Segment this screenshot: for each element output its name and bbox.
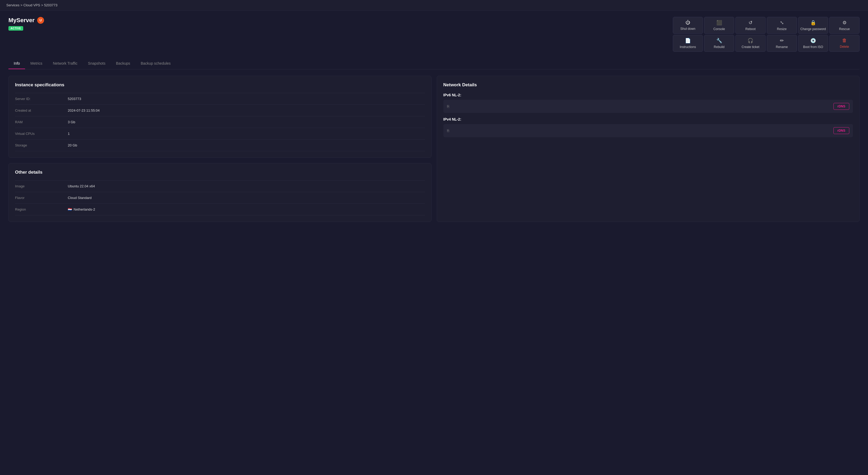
action-buttons-container: ⏻Shut down⬛Console↺Reboot⤡Resize🔒Change … xyxy=(673,17,860,52)
spec-row: Server ID:5203773 xyxy=(15,93,425,105)
btn-rebuild[interactable]: 🔧Rebuild xyxy=(704,35,734,52)
console-label: Console xyxy=(713,27,725,31)
other-spec-value: Cloud Standard xyxy=(68,196,92,200)
content-grid: Instance specifications Server ID:520377… xyxy=(8,76,860,222)
tab-info[interactable]: Info xyxy=(8,58,25,69)
rescue-label: Rescue xyxy=(839,27,850,31)
boot-from-iso-label: Boot from ISO xyxy=(803,45,823,49)
spec-value: 5203773 xyxy=(68,97,81,101)
rebuild-icon: 🔧 xyxy=(716,38,722,43)
instructions-label: Instructions xyxy=(680,45,696,49)
btn-create-ticket[interactable]: 🎧Create ticket xyxy=(735,35,766,52)
breadcrumb-services[interactable]: Services xyxy=(6,3,20,7)
action-buttons-row1: ⏻Shut down⬛Console↺Reboot⤡Resize🔒Change … xyxy=(673,17,860,34)
rescue-icon: ⚙ xyxy=(842,20,847,26)
spec-value: 3 Gb xyxy=(68,120,75,124)
network-sections: IPv6 NL-2: ⎘ rDNS IPv4 NL-2: ⎘ rDNS xyxy=(443,93,853,137)
other-spec-value: Ubuntu 22.04 x64 xyxy=(68,184,95,188)
left-col: Instance specifications Server ID:520377… xyxy=(8,76,432,222)
other-spec-label: Region xyxy=(15,207,68,211)
tab-backup-schedules[interactable]: Backup schedules xyxy=(135,58,176,69)
create-ticket-icon: 🎧 xyxy=(747,38,753,43)
spec-value: 2024-07-23 11:55:04 xyxy=(68,109,100,112)
other-details-title: Other details xyxy=(15,170,425,175)
breadcrumb-server-id: 5203773 xyxy=(44,3,58,7)
resize-icon: ⤡ xyxy=(780,20,784,26)
copy-icon-1[interactable]: ⎘ xyxy=(447,128,449,133)
btn-console[interactable]: ⬛Console xyxy=(704,17,734,34)
btn-change-password[interactable]: 🔒Change password xyxy=(798,17,829,34)
other-spec-label: Image xyxy=(15,184,68,188)
tab-backups[interactable]: Backups xyxy=(111,58,135,69)
spec-row: Created at2024-07-23 11:55:04 xyxy=(15,105,425,116)
network-details-card: Network Details IPv6 NL-2: ⎘ rDNS IPv4 N… xyxy=(437,76,860,222)
server-name-row: MyServer U xyxy=(8,17,673,24)
breadcrumb: Services > Cloud VPS > 5203773 xyxy=(6,3,862,7)
network-details-title: Network Details xyxy=(443,82,853,88)
resize-label: Resize xyxy=(777,27,787,31)
shut-down-icon: ⏻ xyxy=(685,20,690,25)
tabs-bar: InfoMetricsNetwork TrafficSnapshotsBacku… xyxy=(8,58,860,69)
nl-flag: 🇳🇱 xyxy=(68,207,72,211)
network-section-1: IPv4 NL-2: ⎘ rDNS xyxy=(443,117,853,137)
spec-value: 1 xyxy=(68,132,70,136)
tab-network-traffic[interactable]: Network Traffic xyxy=(48,58,83,69)
delete-icon: 🗑 xyxy=(842,38,847,43)
reboot-icon: ↺ xyxy=(748,20,752,26)
change-password-label: Change password xyxy=(801,27,826,31)
delete-label: Delete xyxy=(840,45,849,49)
status-badge: ACTIVE xyxy=(8,26,23,31)
network-section-label-1: IPv4 NL-2: xyxy=(443,117,853,121)
ip-row-0: ⎘ rDNS xyxy=(443,100,853,113)
rename-icon: ✏ xyxy=(780,38,784,43)
btn-resize[interactable]: ⤡Resize xyxy=(767,17,797,34)
btn-boot-from-iso[interactable]: 💿Boot from ISO xyxy=(798,35,829,52)
server-header: MyServer U ACTIVE ⏻Shut down⬛Console↺Reb… xyxy=(8,17,860,52)
server-title-block: MyServer U ACTIVE xyxy=(8,17,673,30)
spec-table: Server ID:5203773Created at2024-07-23 11… xyxy=(15,93,425,151)
ip-row-1: ⎘ rDNS xyxy=(443,124,853,137)
other-spec-row: ImageUbuntu 22.04 x64 xyxy=(15,180,425,192)
tab-metrics[interactable]: Metrics xyxy=(25,58,48,69)
breadcrumb-cloud-vps[interactable]: Cloud VPS xyxy=(24,3,40,7)
server-name: MyServer xyxy=(8,17,35,24)
spec-row: RAM3 Gb xyxy=(15,116,425,128)
rename-label: Rename xyxy=(776,45,787,49)
spec-label: Storage xyxy=(15,143,68,147)
spec-label: RAM xyxy=(15,120,68,124)
btn-reboot[interactable]: ↺Reboot xyxy=(735,17,766,34)
other-spec-label: Flavor xyxy=(15,196,68,200)
reboot-label: Reboot xyxy=(745,27,756,31)
rdns-btn-0[interactable]: rDNS xyxy=(833,103,849,110)
other-spec-row: FlavorCloud Standard xyxy=(15,192,425,204)
spec-row: Virtual CPUs1 xyxy=(15,128,425,139)
instance-specs-card: Instance specifications Server ID:520377… xyxy=(8,76,432,158)
btn-rescue[interactable]: ⚙Rescue xyxy=(829,17,860,34)
console-icon: ⬛ xyxy=(716,20,722,26)
other-spec-value: 🇳🇱Netherlands-2 xyxy=(68,207,95,211)
btn-shut-down[interactable]: ⏻Shut down xyxy=(673,17,703,34)
os-icon: U xyxy=(37,17,44,24)
tab-snapshots[interactable]: Snapshots xyxy=(83,58,111,69)
rdns-btn-1[interactable]: rDNS xyxy=(833,127,849,134)
top-bar: Services > Cloud VPS > 5203773 xyxy=(0,0,868,10)
other-table: ImageUbuntu 22.04 x64FlavorCloud Standar… xyxy=(15,180,425,215)
other-details-card: Other details ImageUbuntu 22.04 x64Flavo… xyxy=(8,163,432,222)
spec-row: Storage20 Gb xyxy=(15,139,425,151)
change-password-icon: 🔒 xyxy=(810,20,816,26)
spec-value: 20 Gb xyxy=(68,143,77,147)
btn-delete[interactable]: 🗑Delete xyxy=(829,35,860,52)
create-ticket-label: Create ticket xyxy=(742,45,760,49)
main-content: MyServer U ACTIVE ⏻Shut down⬛Console↺Reb… xyxy=(0,10,868,228)
copy-icon-0[interactable]: ⎘ xyxy=(447,104,449,109)
btn-rename[interactable]: ✏Rename xyxy=(767,35,797,52)
rebuild-label: Rebuild xyxy=(714,45,724,49)
spec-label: Virtual CPUs xyxy=(15,132,68,136)
network-section-0: IPv6 NL-2: ⎘ rDNS xyxy=(443,93,853,113)
spec-label: Created at xyxy=(15,109,68,112)
other-spec-row: Region🇳🇱Netherlands-2 xyxy=(15,204,425,215)
action-buttons-row2: 📄Instructions🔧Rebuild🎧Create ticket✏Rena… xyxy=(673,35,860,52)
boot-from-iso-icon: 💿 xyxy=(810,38,816,43)
shut-down-label: Shut down xyxy=(680,27,695,31)
btn-instructions[interactable]: 📄Instructions xyxy=(673,35,703,52)
